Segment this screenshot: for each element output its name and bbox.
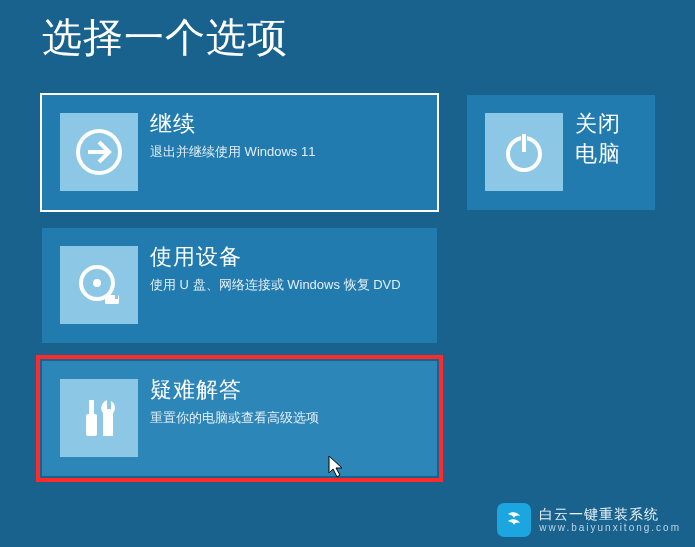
continue-subtitle: 退出并继续使用 Windows 11 xyxy=(150,143,315,162)
disc-icon xyxy=(60,246,138,324)
watermark: 白云一键重装系统 www.baiyunxitong.com xyxy=(497,503,681,537)
use-device-subtitle: 使用 U 盘、网络连接或 Windows 恢复 DVD xyxy=(150,276,401,295)
shutdown-tile[interactable]: 关闭电脑 xyxy=(467,95,655,210)
svg-rect-6 xyxy=(89,400,94,414)
svg-rect-7 xyxy=(86,414,97,436)
page-title: 选择一个选项 xyxy=(42,10,695,65)
continue-heading: 继续 xyxy=(150,109,315,139)
options-area: 继续 退出并继续使用 Windows 11 使用设备 使用 U 盘、网络连接 xyxy=(42,95,695,476)
troubleshoot-subtitle: 重置你的电脑或查看高级选项 xyxy=(150,409,319,428)
svg-point-3 xyxy=(93,279,101,287)
tools-icon xyxy=(60,379,138,457)
svg-rect-8 xyxy=(107,400,111,409)
use-device-heading: 使用设备 xyxy=(150,242,401,272)
troubleshoot-heading: 疑难解答 xyxy=(150,375,319,405)
svg-rect-5 xyxy=(115,295,118,299)
power-icon xyxy=(485,113,563,191)
use-device-tile[interactable]: 使用设备 使用 U 盘、网络连接或 Windows 恢复 DVD xyxy=(42,228,437,343)
shutdown-heading: 关闭电脑 xyxy=(575,109,641,169)
watermark-logo-icon xyxy=(497,503,531,537)
troubleshoot-tile[interactable]: 疑难解答 重置你的电脑或查看高级选项 xyxy=(42,361,437,476)
watermark-brand: 白云一键重装系统 xyxy=(539,507,681,522)
watermark-site: www.baiyunxitong.com xyxy=(539,522,681,533)
arrow-right-icon xyxy=(60,113,138,191)
continue-tile[interactable]: 继续 退出并继续使用 Windows 11 xyxy=(42,95,437,210)
